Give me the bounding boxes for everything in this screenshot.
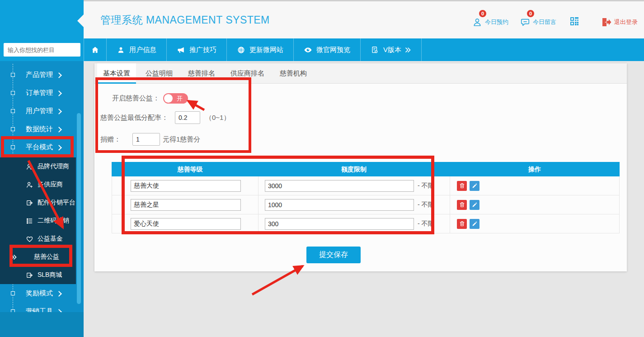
sidebar-item-orders[interactable]: 订单管理: [0, 84, 76, 102]
charity-toggle[interactable]: 开: [163, 93, 188, 104]
nav-user-info[interactable]: 用户信息: [107, 38, 167, 61]
delete-button[interactable]: [457, 219, 467, 229]
sidebar-item-statistics[interactable]: 数据统计: [0, 120, 76, 138]
nav-version-label: V版本: [383, 46, 401, 54]
level-cell: [122, 195, 258, 214]
logout-label: 退出登录: [614, 18, 638, 26]
sidebar-item-marketing-tools[interactable]: 营销工具: [0, 302, 76, 312]
sidebar-item-users[interactable]: 用户管理: [0, 102, 76, 120]
tab-charity-organizations[interactable]: 慈善机构: [274, 63, 313, 83]
submenu-item-qr-verification[interactable]: 二维码核销: [0, 212, 76, 230]
sidebar-item-reward-mode[interactable]: 奖励模式: [0, 284, 76, 302]
tab-supplier-ranking[interactable]: 供应商排名: [225, 63, 270, 83]
qr-code-icon: [569, 16, 580, 27]
nav-items: 用户信息 推广技巧 更新微网站 微官网预览 V版本: [84, 38, 422, 61]
donation-suffix: 元得1慈善分: [163, 135, 200, 144]
submenu-item-parts-distribution[interactable]: 配件分销平台: [0, 194, 76, 212]
unlimited-label: - 不限: [418, 182, 434, 190]
search-input[interactable]: [4, 47, 89, 53]
edit-button[interactable]: [470, 181, 479, 191]
rate-label: 慈善公益最低分配率：: [100, 114, 168, 122]
page-title: 管理系统 MANAGEMENT SYSTEM: [100, 1, 270, 38]
trash-icon: [459, 220, 465, 227]
logout-button[interactable]: 退出登录: [601, 17, 638, 28]
sidebar-item-platform-mode[interactable]: 平台模式: [0, 138, 76, 156]
tab-welfare-details[interactable]: 公益明细: [140, 63, 179, 83]
submenu-item-label: 慈善公益: [34, 253, 59, 261]
person-check-icon: [26, 163, 33, 171]
submenu-item-multi-supplier[interactable]: 多供应商: [0, 176, 76, 194]
submenu-item-welfare-fund[interactable]: 公益基金: [0, 230, 76, 248]
table-row: - 不限: [112, 176, 620, 195]
edit-button[interactable]: [470, 200, 479, 210]
box-arrow-icon: [26, 199, 33, 207]
row-select-cell: [112, 176, 122, 195]
delete-button[interactable]: [457, 181, 467, 191]
pencil-icon: [471, 182, 478, 189]
table-header-row: 慈善等级 额度限制 操作: [112, 162, 620, 176]
limit-input[interactable]: [265, 199, 414, 211]
toggle-knob: [164, 94, 173, 103]
sidebar-scrollbar[interactable]: [77, 113, 81, 304]
nav-user-info-label: 用户信息: [129, 46, 156, 54]
tab-basic-settings[interactable]: 基本设置: [97, 63, 136, 84]
chevron-right-icon: [56, 72, 62, 78]
actions-cell: [450, 195, 620, 214]
rate-input[interactable]: [175, 111, 200, 124]
nav-microsite-preview[interactable]: 微官网预览: [294, 38, 361, 61]
form-row-rate: 慈善公益最低分配率： （0~1）: [100, 111, 230, 124]
home-icon: [91, 46, 99, 54]
nav-version[interactable]: V版本: [361, 38, 422, 61]
chevron-right-icon: [56, 127, 62, 133]
tree-node: [11, 145, 15, 149]
toggle-state-label: 开: [177, 93, 183, 104]
sidebar-item-products[interactable]: 产品管理: [0, 66, 76, 84]
message-bubble-icon: [520, 17, 530, 27]
edit-button[interactable]: [470, 219, 479, 229]
nav-promotion-tips[interactable]: 推广技巧: [167, 38, 227, 61]
globe-icon: [237, 46, 245, 54]
trash-icon: [459, 201, 465, 208]
level-input[interactable]: [131, 218, 241, 230]
submit-save-button[interactable]: 提交保存: [306, 247, 361, 263]
sidebar-item-label: 产品管理: [26, 71, 53, 78]
sidebar-item-label: 数据统计: [26, 125, 53, 133]
eye-icon: [304, 46, 312, 54]
submenu-item-label: 配件分销平台: [38, 199, 75, 207]
list-icon: [26, 217, 33, 225]
sidebar: 产品管理 订单管理 用户管理 数据统计 平台模式 品牌代理商: [0, 61, 84, 312]
submenu-item-slb-mall[interactable]: SLB商城: [0, 266, 76, 284]
qr-code-button[interactable]: [569, 16, 580, 28]
header-right: 0 今日预约 0 今日留言 退出登录: [461, 1, 638, 38]
level-input[interactable]: [131, 199, 241, 211]
nav-update-microsite[interactable]: 更新微网站: [227, 38, 294, 61]
table-header-actions: 操作: [450, 162, 620, 176]
table-row: - 不限: [112, 195, 620, 214]
submenu-item-brand-agent[interactable]: 品牌代理商: [0, 157, 76, 176]
today-messages-button[interactable]: 0 今日留言: [520, 17, 556, 27]
level-input[interactable]: [131, 180, 241, 192]
submenu-item-charity-welfare[interactable]: 慈善公益: [0, 248, 76, 266]
limit-input[interactable]: [265, 218, 414, 230]
platform-mode-submenu: 品牌代理商 多供应商 配件分销平台 二维码核销 公益基金 慈善公益: [0, 157, 76, 284]
nav-home-button[interactable]: [84, 38, 107, 61]
box-arrow-icon: [26, 271, 33, 279]
row-select-cell: [112, 214, 122, 233]
actions-cell: [450, 214, 620, 233]
main-panel: 基本设置 公益明细 慈善排名 供应商排名 慈善机构 开启慈善公益： 开 慈善公益…: [94, 63, 627, 271]
tree-node: [11, 91, 15, 95]
submenu-item-label: 二维码核销: [38, 217, 69, 225]
chevron-right-icon: [56, 291, 62, 297]
pencil-icon: [471, 220, 478, 227]
toggle-label: 开启慈善公益：: [112, 94, 160, 103]
today-appointments-button[interactable]: 0 今日预约: [472, 17, 508, 27]
tab-charity-ranking[interactable]: 慈善排名: [182, 63, 221, 83]
donation-input[interactable]: [132, 133, 160, 146]
tree-node: [11, 109, 15, 113]
delete-button[interactable]: [457, 200, 467, 210]
table-row: - 不限: [112, 214, 620, 233]
actions-cell: [450, 176, 620, 195]
header-notch-arrow: [77, 14, 84, 27]
limit-input[interactable]: [265, 180, 414, 192]
person-icon: [117, 46, 125, 54]
